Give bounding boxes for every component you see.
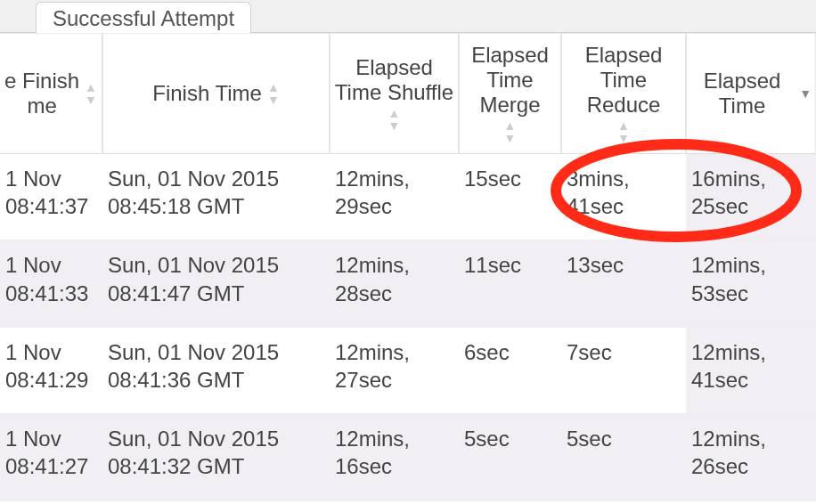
table-row: 1 Nov 08:41:33 Sun, 01 Nov 2015 08:41:47… — [0, 240, 816, 327]
table-row: 1 Nov 08:41:29 Sun, 01 Nov 2015 08:41:36… — [0, 327, 816, 413]
table-header-row: e Finish me ▲▼ Finish Time ▲▼ Elapsed Ti… — [0, 34, 816, 154]
cell-shuffle: 12mins, 16sec — [330, 414, 459, 500]
col-merge-finish-time[interactable]: e Finish me ▲▼ — [0, 34, 102, 154]
table-row: 1 Nov 08:41:27 Sun, 01 Nov 2015 08:41:32… — [0, 414, 816, 500]
sort-icon[interactable]: ▲▼ — [85, 81, 97, 106]
sort-icon[interactable]: ▲▼ — [388, 107, 401, 132]
cell-merge: 15sec — [459, 154, 561, 240]
col-label: Elapsed Time Shuffle — [334, 55, 454, 105]
cell-elapsed: 12mins, 41sec — [686, 327, 816, 413]
cell-reduce: 7sec — [561, 327, 686, 413]
col-elapsed-merge[interactable]: Elapsed Time Merge ▲▼ — [459, 34, 561, 154]
col-label: Elapsed Time Merge — [463, 43, 557, 118]
cell-shuffle: 12mins, 29sec — [330, 154, 459, 240]
cell-elapsed: 12mins, 53sec — [686, 240, 816, 327]
sort-icon[interactable]: ▼ — [799, 87, 812, 100]
cell-elapsed: 12mins, 26sec — [686, 414, 816, 500]
sort-icon[interactable]: ▲▼ — [617, 119, 630, 144]
cell-finish: Sun, 01 Nov 2015 08:45:18 GMT — [102, 154, 330, 240]
cell-reduce: 5sec — [561, 414, 686, 500]
cell-merge: 11sec — [459, 240, 561, 327]
cell-merge: 5sec — [459, 414, 561, 500]
cell-finish: Sun, 01 Nov 2015 08:41:36 GMT — [102, 327, 330, 413]
table-row: 1 Nov 08:41:37 Sun, 01 Nov 2015 08:45:18… — [0, 154, 816, 240]
cell-shuffle: 12mins, 28sec — [330, 240, 459, 327]
cell-merge-finish: 1 Nov 08:41:29 — [0, 327, 102, 413]
col-label: Finish Time — [152, 81, 262, 106]
cell-reduce: 13sec — [561, 240, 686, 327]
cell-elapsed: 16mins, 25sec — [686, 154, 816, 240]
cell-merge-finish: 1 Nov 08:41:27 — [0, 414, 102, 500]
sort-icon[interactable]: ▲▼ — [504, 119, 517, 144]
attempts-table: e Finish me ▲▼ Finish Time ▲▼ Elapsed Ti… — [0, 33, 816, 501]
col-elapsed-reduce[interactable]: Elapsed Time Reduce ▲▼ — [561, 34, 686, 154]
sort-icon[interactable]: ▲▼ — [267, 81, 280, 106]
col-finish-time[interactable]: Finish Time ▲▼ — [102, 34, 330, 154]
cell-shuffle: 12mins, 27sec — [330, 327, 459, 413]
cell-finish: Sun, 01 Nov 2015 08:41:32 GMT — [102, 414, 330, 500]
col-elapsed-shuffle[interactable]: Elapsed Time Shuffle ▲▼ — [330, 34, 459, 154]
cell-merge: 6sec — [459, 327, 561, 413]
col-elapsed-time[interactable]: Elapsed Time ▼ — [686, 34, 816, 154]
tab-successful-attempt[interactable]: Successful Attempt — [36, 2, 251, 33]
col-label: Elapsed Time — [690, 69, 794, 118]
tab-bar: Successful Attempt — [0, 0, 816, 33]
col-label: e Finish me — [4, 69, 79, 118]
cell-merge-finish: 1 Nov 08:41:33 — [0, 240, 102, 327]
cell-reduce: 3mins, 41sec — [561, 154, 686, 240]
cell-finish: Sun, 01 Nov 2015 08:41:47 GMT — [102, 240, 330, 327]
col-label: Elapsed Time Reduce — [566, 43, 681, 118]
cell-merge-finish: 1 Nov 08:41:37 — [0, 154, 102, 240]
